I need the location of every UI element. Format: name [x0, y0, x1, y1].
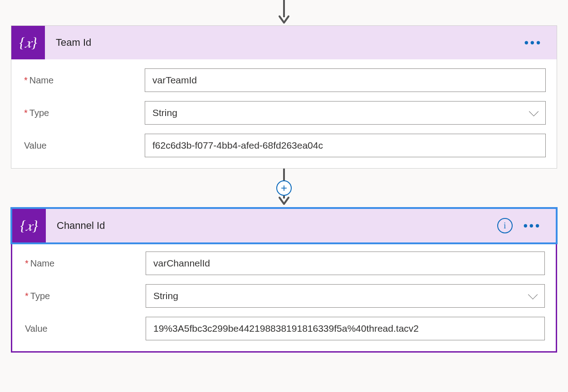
field-label-type: Type: [22, 108, 145, 118]
action-card-team-id: {𝑥} Team Id ••• Name varTeamId Type Stri…: [11, 25, 557, 169]
card-menu-button[interactable]: •••: [524, 220, 541, 232]
variable-icon: {𝑥}: [12, 209, 46, 242]
field-label-type: Type: [23, 291, 146, 301]
card-body: Name varChannelId Type String Value 19%3…: [12, 242, 556, 351]
card-title: Team Id: [45, 37, 524, 48]
name-input[interactable]: varTeamId: [145, 68, 546, 92]
value-input[interactable]: f62c6d3b-f077-4bb4-afed-68fd263ea04c: [145, 134, 546, 157]
card-menu-button[interactable]: •••: [524, 37, 542, 48]
card-header[interactable]: {𝑥} Team Id •••: [11, 26, 557, 59]
card-body: Name varTeamId Type String Value f62c6d3…: [11, 59, 557, 168]
field-label-value: Value: [23, 324, 146, 334]
field-label-name: Name: [23, 258, 146, 269]
name-input[interactable]: varChannelId: [146, 252, 545, 275]
flow-arrow-top: [0, 0, 568, 25]
add-step-button[interactable]: +: [276, 180, 292, 196]
field-label-value: Value: [22, 140, 145, 151]
value-input[interactable]: 19%3A5fbc3c299be44219883819181­6339f5a%4…: [146, 317, 545, 340]
type-select[interactable]: String: [145, 101, 546, 125]
type-select[interactable]: String: [146, 284, 545, 308]
action-card-channel-id: {𝑥} Channel Id i ••• Name varChannelId T…: [11, 208, 557, 353]
info-icon: i: [504, 221, 506, 231]
flow-connector: +: [0, 169, 568, 208]
field-label-name: Name: [22, 75, 145, 86]
card-header[interactable]: {𝑥} Channel Id i •••: [12, 209, 556, 242]
variable-icon: {𝑥}: [11, 26, 45, 59]
plus-icon: +: [281, 182, 287, 194]
card-title: Channel Id: [46, 220, 497, 232]
info-button[interactable]: i: [497, 218, 513, 233]
